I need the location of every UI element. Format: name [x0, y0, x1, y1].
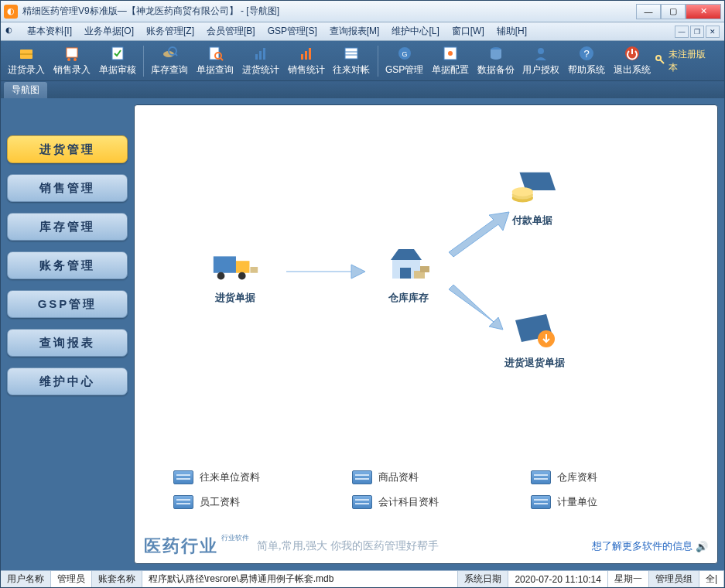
sidebar-item-0[interactable]: 进货管理 — [7, 135, 128, 163]
status-user-label: 用户名称 — [1, 571, 51, 587]
tool-inbox[interactable]: 进货录入 — [4, 43, 50, 78]
search-icon — [161, 45, 178, 62]
app-icon: ◐ — [4, 5, 18, 19]
tool-cart[interactable]: 销售录入 — [50, 43, 95, 78]
tool-label: 进货统计 — [242, 63, 279, 77]
ledger-icon — [343, 45, 360, 62]
menu-basic[interactable]: 基本资料[I] — [21, 25, 78, 38]
svg-rect-33 — [236, 261, 249, 273]
brand-slogan: 简单,常用,强大 你我的医药管理好帮手 — [257, 539, 439, 553]
truck-icon — [209, 244, 262, 288]
sidebar-item-3[interactable]: 账务管理 — [7, 251, 128, 279]
shortcut-label: 商品资料 — [378, 470, 419, 484]
menu-bills[interactable]: 业务单据[O] — [78, 25, 140, 38]
sidebar-item-4[interactable]: GSP管理 — [7, 290, 128, 318]
node-payment[interactable]: 付款单据 — [506, 167, 559, 227]
svg-rect-36 — [250, 267, 258, 273]
tool-ledger[interactable]: 往来对帐 — [329, 43, 374, 78]
menu-gsp[interactable]: GSP管理[S] — [262, 25, 323, 38]
tool-help[interactable]: ?帮助系统 — [564, 43, 610, 78]
tool-label: GSP管理 — [385, 63, 423, 77]
shortcut-5[interactable]: 计量单位 — [531, 495, 694, 509]
svg-text:?: ? — [583, 48, 589, 60]
shortcut-label: 仓库资料 — [557, 470, 597, 484]
mdi-restore[interactable]: ❐ — [690, 26, 704, 38]
tool-user[interactable]: 用户授权 — [518, 43, 564, 78]
toolbar-sep — [378, 46, 378, 77]
shortcut-3[interactable]: 员工资料 — [173, 495, 337, 509]
tool-stats-in[interactable]: 进货统计 — [238, 43, 283, 78]
menubar: ◐ 基本资料[I] 业务单据[O] 账务管理[Z] 会员管理[B] GSP管理[… — [1, 22, 724, 41]
menu-reports[interactable]: 查询报表[M] — [323, 25, 386, 38]
sidebar-item-1[interactable]: 销售管理 — [7, 174, 128, 202]
stats-out-icon — [298, 45, 315, 62]
menu-members[interactable]: 会员管理[B] — [200, 25, 262, 38]
mdi-close[interactable]: ✕ — [706, 26, 720, 38]
status-date-label: 系统日期 — [458, 571, 508, 587]
return-icon — [508, 309, 561, 353]
tool-config[interactable]: 单据配置 — [428, 43, 474, 78]
tool-label: 库存查询 — [151, 63, 188, 77]
tool-check[interactable]: 单据审核 — [94, 43, 140, 78]
tool-label: 帮助系统 — [568, 63, 605, 77]
svg-line-31 — [660, 60, 664, 63]
svg-rect-12 — [259, 51, 262, 60]
help-icon: ? — [578, 45, 595, 62]
tool-label: 进货录入 — [8, 63, 45, 77]
node-warehouse-label: 仓库库存 — [388, 291, 429, 305]
tool-search[interactable]: 库存查询 — [147, 43, 193, 78]
menu-help[interactable]: 辅助[H] — [491, 25, 533, 38]
svg-rect-41 — [420, 266, 429, 272]
sidebar-item-2[interactable]: 库存管理 — [7, 213, 128, 241]
brand-bar: 医药行业 行业软件 简单,常用,强大 你我的医药管理好帮手 想了解更多软件的信息… — [135, 529, 717, 563]
brand-more-link[interactable]: 想了解更多软件的信息 🔊 — [592, 539, 708, 553]
unregistered-label: 未注册版本 — [655, 48, 721, 74]
tool-db[interactable]: 数据备份 — [473, 43, 518, 78]
menu-window[interactable]: 窗口[W] — [446, 25, 491, 38]
svg-line-7 — [175, 53, 177, 56]
node-purchase-bill[interactable]: 进货单据 — [209, 244, 262, 305]
svg-line-10 — [221, 58, 223, 60]
shortcut-1[interactable]: 商品资料 — [352, 470, 515, 484]
tool-label: 单据审核 — [99, 63, 136, 77]
tab-nav[interactable]: 导航图 — [4, 82, 47, 98]
close-button[interactable]: ✕ — [686, 4, 721, 19]
svg-rect-16 — [309, 48, 311, 60]
shortcut-2[interactable]: 仓库资料 — [531, 470, 694, 484]
tool-doc-search[interactable]: 单据查询 — [193, 43, 238, 78]
tool-label: 退出系统 — [614, 63, 651, 77]
tool-gsp[interactable]: GGSP管理 — [381, 43, 428, 78]
shortcut-label: 员工资料 — [200, 495, 240, 509]
menu-maint[interactable]: 维护中心[L] — [385, 25, 445, 38]
shortcut-0[interactable]: 往来单位资料 — [173, 470, 337, 484]
maximize-button[interactable]: ▢ — [661, 4, 686, 19]
tool-label: 往来对帐 — [333, 63, 370, 77]
mdi-minimize[interactable]: — — [675, 26, 689, 38]
svg-point-44 — [512, 187, 533, 197]
status-acct-label: 账套名称 — [92, 571, 142, 587]
sidebar-item-6[interactable]: 维护中心 — [7, 368, 128, 395]
sidebar-item-5[interactable]: 查询报表 — [7, 329, 128, 357]
toolbar: 进货录入销售录入单据审核库存查询单据查询进货统计销售统计往来对帐GGSP管理单据… — [1, 41, 724, 81]
svg-rect-29 — [631, 49, 633, 54]
svg-point-35 — [238, 272, 246, 280]
grid-icon — [531, 495, 551, 509]
shortcut-grid: 往来单位资料商品资料仓库资料员工资料会计科目资料计量单位 — [173, 470, 694, 509]
node-return[interactable]: 进货退货单据 — [504, 309, 565, 370]
grid-icon — [352, 470, 372, 484]
node-purchase-label: 进货单据 — [215, 291, 255, 305]
menu-accounts[interactable]: 账务管理[Z] — [140, 25, 200, 38]
node-warehouse[interactable]: 仓库库存 — [382, 244, 435, 305]
cart-icon — [63, 45, 80, 62]
node-return-label: 进货退货单据 — [504, 356, 565, 370]
shortcut-4[interactable]: 会计科目资料 — [352, 495, 515, 509]
warehouse-icon — [382, 244, 435, 288]
sidebar: 进货管理销售管理库存管理账务管理GSP管理查询报表维护中心 — [7, 104, 128, 564]
svg-rect-1 — [67, 48, 77, 57]
minimize-button[interactable]: — — [636, 4, 661, 19]
tool-exit[interactable]: 退出系统 — [609, 43, 655, 78]
svg-rect-32 — [214, 256, 236, 272]
status-user-value: 管理员 — [51, 571, 92, 587]
tool-stats-out[interactable]: 销售统计 — [283, 43, 329, 78]
tabstrip: 导航图 — [1, 81, 724, 98]
